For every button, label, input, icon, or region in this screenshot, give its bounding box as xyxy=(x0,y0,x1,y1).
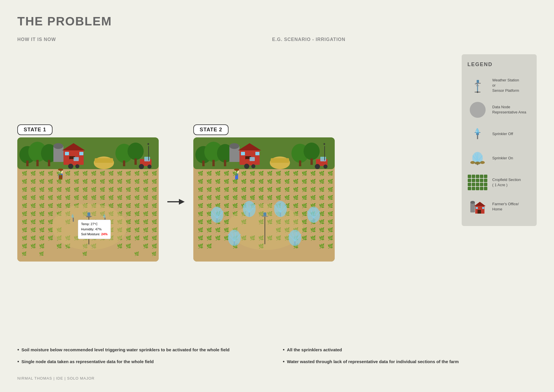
svg-text:🌿: 🌿 xyxy=(284,195,290,200)
svg-text:🌿: 🌿 xyxy=(143,219,149,225)
svg-text:🌿: 🌿 xyxy=(134,219,140,225)
svg-text:🌿: 🌿 xyxy=(30,227,36,233)
sensor-popup: Temp: 27°C Humidity: 47% Soil Moisture: … xyxy=(78,220,111,239)
svg-text:🌿: 🌿 xyxy=(293,171,299,176)
svg-text:🌿: 🌿 xyxy=(108,195,114,200)
svg-text:🌿: 🌿 xyxy=(91,187,97,192)
svg-text:🌿: 🌿 xyxy=(143,195,149,200)
svg-text:🌿: 🌿 xyxy=(74,195,79,200)
svg-text:💧: 💧 xyxy=(102,214,106,218)
svg-text:🌿: 🌿 xyxy=(198,195,203,200)
svg-text:🌿: 🌿 xyxy=(39,203,45,208)
svg-text:🌿: 🌿 xyxy=(117,187,123,192)
svg-text:🌿: 🌿 xyxy=(302,195,307,200)
svg-text:🌿: 🌿 xyxy=(143,227,149,233)
svg-rect-40 xyxy=(59,169,63,170)
data-node-circle xyxy=(470,102,486,118)
svg-text:🌿: 🌿 xyxy=(198,187,203,192)
svg-text:🌿: 🌿 xyxy=(48,235,53,241)
svg-text:🌿: 🌿 xyxy=(22,211,27,216)
svg-text:🌿: 🌿 xyxy=(126,203,131,208)
svg-text:🌿: 🌿 xyxy=(206,243,212,249)
svg-text:🌿: 🌿 xyxy=(126,243,131,249)
svg-text:🌿: 🌿 xyxy=(206,171,212,176)
svg-text:🌿: 🌿 xyxy=(206,203,212,208)
state2-diagram: ✦ 🌿 🌿 🌿 xyxy=(193,137,335,262)
svg-text:🌿: 🌿 xyxy=(22,187,27,192)
svg-text:🌿: 🌿 xyxy=(232,179,238,184)
svg-text:🌿: 🌿 xyxy=(39,187,45,192)
svg-rect-430 xyxy=(476,83,481,84)
svg-rect-452 xyxy=(478,210,481,214)
svg-point-417 xyxy=(228,230,241,246)
svg-text:🌿: 🌿 xyxy=(56,171,62,176)
svg-text:🌿: 🌿 xyxy=(267,171,273,176)
left-bullet-1: • Soil moisture below recommended level … xyxy=(17,347,271,354)
svg-rect-229 xyxy=(271,158,289,163)
svg-text:🌿: 🌿 xyxy=(134,187,140,192)
svg-point-423 xyxy=(289,230,301,246)
legend-item-data-node: Data NodeRepresentative Area xyxy=(467,98,531,122)
svg-text:🌿: 🌿 xyxy=(258,195,264,200)
svg-text:🌿: 🌿 xyxy=(151,171,157,176)
svg-text:🌿: 🌿 xyxy=(134,227,140,233)
right-bullets: • All the sprinklers activated • Water w… xyxy=(283,347,537,370)
svg-text:🌿: 🌿 xyxy=(284,187,290,192)
svg-point-447 xyxy=(475,162,480,165)
svg-text:🌿: 🌿 xyxy=(258,171,264,176)
svg-text:🌿: 🌿 xyxy=(65,171,71,176)
svg-text:✦: ✦ xyxy=(323,142,326,146)
right-bullet-text-2: Water wasted through lack of representat… xyxy=(287,359,458,365)
sensor-humidity: Humidity: 47% xyxy=(81,227,108,232)
svg-rect-20 xyxy=(74,157,79,161)
svg-text:🌿: 🌿 xyxy=(117,195,123,200)
svg-text:🌿: 🌿 xyxy=(327,203,333,208)
svg-text:🌿: 🌿 xyxy=(143,179,149,184)
svg-text:🌿: 🌿 xyxy=(126,235,131,241)
diagrams-row: STATE 1 xyxy=(17,48,456,338)
svg-point-399 xyxy=(243,201,256,217)
svg-text:🌿: 🌿 xyxy=(65,179,71,184)
svg-marker-451 xyxy=(474,202,486,206)
svg-text:🌿: 🌿 xyxy=(215,235,221,241)
svg-text:🌿: 🌿 xyxy=(151,195,157,200)
legend-title: LEGEND xyxy=(467,61,531,68)
svg-rect-22 xyxy=(95,158,113,163)
svg-text:🌿: 🌿 xyxy=(134,171,140,176)
svg-text:🌿: 🌿 xyxy=(276,195,281,200)
svg-text:🌿: 🌿 xyxy=(82,195,88,200)
svg-text:🌿: 🌿 xyxy=(39,243,45,249)
legend-panel: LEGEND Weather StationorSensor Platform xyxy=(462,54,537,226)
svg-point-19 xyxy=(75,164,79,168)
svg-point-235 xyxy=(315,164,320,169)
svg-text:🌿: 🌿 xyxy=(327,219,333,225)
svg-text:🌿: 🌿 xyxy=(215,179,221,184)
main-content: HOW IT IS NOW E.G. SCENARIO - IRRIGATION… xyxy=(17,37,537,338)
svg-text:🌿: 🌿 xyxy=(250,171,255,176)
svg-rect-448 xyxy=(470,202,475,212)
svg-text:🌿: 🌿 xyxy=(198,227,203,233)
svg-text:🌿: 🌿 xyxy=(117,179,123,184)
svg-point-232 xyxy=(304,143,320,160)
svg-text:🌿: 🌿 xyxy=(39,171,45,176)
svg-text:🌿: 🌿 xyxy=(310,235,316,241)
svg-text:🌿: 🌿 xyxy=(100,179,105,184)
legend-item-farmers-office: Farmer's Office/Home xyxy=(467,195,531,219)
svg-point-393 xyxy=(211,207,223,223)
svg-text:🌿: 🌿 xyxy=(91,179,97,184)
svg-rect-202 xyxy=(73,218,74,222)
svg-text:🌿: 🌿 xyxy=(134,235,140,241)
svg-text:🌿: 🌿 xyxy=(206,235,212,241)
svg-text:🌿: 🌿 xyxy=(126,187,131,192)
svg-text:🌿: 🌿 xyxy=(151,211,157,216)
left-bullet-text-1: Soil moisture below recommended level tr… xyxy=(21,347,229,353)
svg-text:🌿: 🌿 xyxy=(319,179,325,184)
svg-point-18 xyxy=(68,164,73,169)
svg-text:🌿: 🌿 xyxy=(241,187,247,192)
svg-text:🌿: 🌿 xyxy=(327,187,333,192)
svg-text:🌿: 🌿 xyxy=(224,187,229,192)
svg-text:🌿: 🌿 xyxy=(117,243,123,249)
svg-rect-429 xyxy=(477,80,479,83)
svg-text:🌿: 🌿 xyxy=(30,195,36,200)
svg-text:🌿: 🌿 xyxy=(232,203,238,208)
